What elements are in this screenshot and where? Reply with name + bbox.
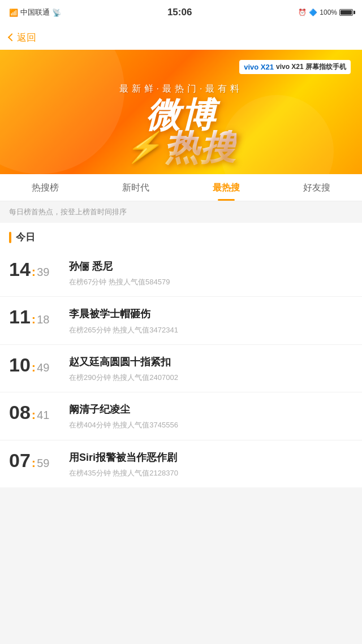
item-time-0: 14 : 39	[9, 260, 60, 279]
time-colon: :	[32, 313, 36, 326]
tab-friends[interactable]: 好友搜	[272, 174, 362, 201]
status-right-icons: ⏰ 🔷 100%	[298, 8, 353, 16]
list-item[interactable]: 07 : 59 用Siri报警被当作恶作剧 在榜435分钟 热搜人气值21283…	[0, 440, 362, 487]
section-indicator	[9, 232, 11, 243]
weibo-title: 微博	[146, 98, 216, 132]
banner-decoration-1	[0, 50, 124, 174]
item-time-4: 07 : 59	[9, 451, 60, 470]
lightning-icon: ⚡	[125, 130, 162, 165]
time-hour: 10	[9, 355, 31, 374]
tab-hottest[interactable]: 最热搜	[181, 174, 272, 201]
signal-icon: 📶	[9, 8, 18, 17]
carrier-label: 中国联通	[20, 7, 50, 18]
status-bar: 📶 中国联通 📡 15:06 ⏰ 🔷 100%	[0, 0, 362, 25]
time-minute: 59	[37, 456, 49, 470]
item-time-1: 11 : 18	[9, 307, 60, 326]
banner-main-title: 最新鲜·最热门·最有料 微博 ⚡ 热搜	[119, 76, 243, 165]
subtitle-text: 每日榜首热点，按登上榜首时间排序	[9, 208, 127, 216]
wifi-icon: 📡	[52, 8, 61, 17]
hot-search-title: 热搜	[164, 130, 236, 165]
item-meta: 在榜290分钟 热搜人气值2407002	[69, 373, 353, 383]
item-meta: 在榜404分钟 热搜人气值3745556	[69, 420, 353, 430]
battery-percent: 100%	[320, 8, 337, 16]
item-title: 孙俪 悉尼	[69, 260, 353, 274]
item-time-3: 08 : 41	[9, 403, 60, 422]
item-title: 阚清子纪凌尘	[69, 403, 353, 417]
item-meta: 在榜435分钟 热搜人气值2128370	[69, 468, 353, 478]
time-hour: 07	[9, 451, 31, 470]
tab-bar: 热搜榜 新时代 最热搜 好友搜	[0, 174, 362, 201]
item-meta: 在榜67分钟 热搜人气值584579	[69, 277, 353, 287]
item-content-3: 阚清子纪凌尘 在榜404分钟 热搜人气值3745556	[69, 403, 353, 430]
tab-hot-list[interactable]: 热搜榜	[0, 174, 90, 201]
banner-subtitle: 最新鲜·最热门·最有料	[119, 83, 243, 95]
status-time: 15:06	[167, 7, 192, 18]
vivo-logo: vivo X21	[244, 63, 274, 71]
time-hour: 14	[9, 260, 31, 279]
list-item[interactable]: 14 : 39 孙俪 悉尼 在榜67分钟 热搜人气值584579	[0, 249, 362, 297]
item-title: 赵又廷高圆圆十指紧扣	[69, 355, 353, 369]
item-content-2: 赵又廷高圆圆十指紧扣 在榜290分钟 热搜人气值2407002	[69, 355, 353, 383]
time-colon: :	[32, 457, 36, 469]
vivo-badge: vivo X21 vivo X21 屏幕指纹手机	[239, 60, 351, 74]
banner: vivo X21 vivo X21 屏幕指纹手机 最新鲜·最热门·最有料 微博 …	[0, 50, 362, 174]
list-item[interactable]: 10 : 49 赵又廷高圆圆十指紧扣 在榜290分钟 热搜人气值2407002	[0, 345, 362, 392]
time-minute: 18	[37, 313, 49, 326]
section-header: 今日	[0, 223, 362, 249]
time-minute: 39	[37, 265, 49, 279]
time-minute: 41	[37, 408, 49, 422]
vivo-tagline: vivo X21 屏幕指纹手机	[276, 62, 346, 72]
hot-search-list: 14 : 39 孙俪 悉尼 在榜67分钟 热搜人气值584579 11 : 18…	[0, 249, 362, 487]
item-content-1: 李晨被学士帽砸伤 在榜265分钟 热搜人气值3472341	[69, 307, 353, 335]
item-content-0: 孙俪 悉尼 在榜67分钟 热搜人气值584579	[69, 260, 353, 287]
item-time-2: 10 : 49	[9, 355, 60, 374]
section-title: 今日	[16, 231, 35, 244]
item-content-4: 用Siri报警被当作恶作剧 在榜435分钟 热搜人气值2128370	[69, 451, 353, 478]
item-title: 李晨被学士帽砸伤	[69, 307, 353, 321]
list-item[interactable]: 11 : 18 李晨被学士帽砸伤 在榜265分钟 热搜人气值3472341	[0, 297, 362, 344]
time-hour: 08	[9, 403, 31, 422]
time-colon: :	[32, 361, 36, 374]
time-colon: :	[32, 409, 36, 421]
bluetooth-icon: 🔷	[309, 8, 317, 16]
subtitle-bar: 每日榜首热点，按登上榜首时间排序	[0, 201, 362, 223]
time-colon: :	[32, 266, 36, 278]
battery-icon	[339, 9, 353, 16]
nav-bar: 返回	[0, 25, 362, 50]
back-button[interactable]: 返回	[9, 31, 36, 44]
back-label: 返回	[17, 31, 36, 44]
item-meta: 在榜265分钟 热搜人气值3472341	[69, 325, 353, 335]
alarm-icon: ⏰	[298, 8, 307, 16]
tab-new-era[interactable]: 新时代	[90, 174, 181, 201]
list-item[interactable]: 08 : 41 阚清子纪凌尘 在榜404分钟 热搜人气值3745556	[0, 392, 362, 440]
time-hour: 11	[9, 307, 31, 326]
back-chevron-icon	[8, 33, 16, 41]
item-title: 用Siri报警被当作恶作剧	[69, 451, 353, 465]
time-minute: 49	[37, 361, 49, 374]
status-carrier: 📶 中国联通 📡	[9, 7, 61, 18]
